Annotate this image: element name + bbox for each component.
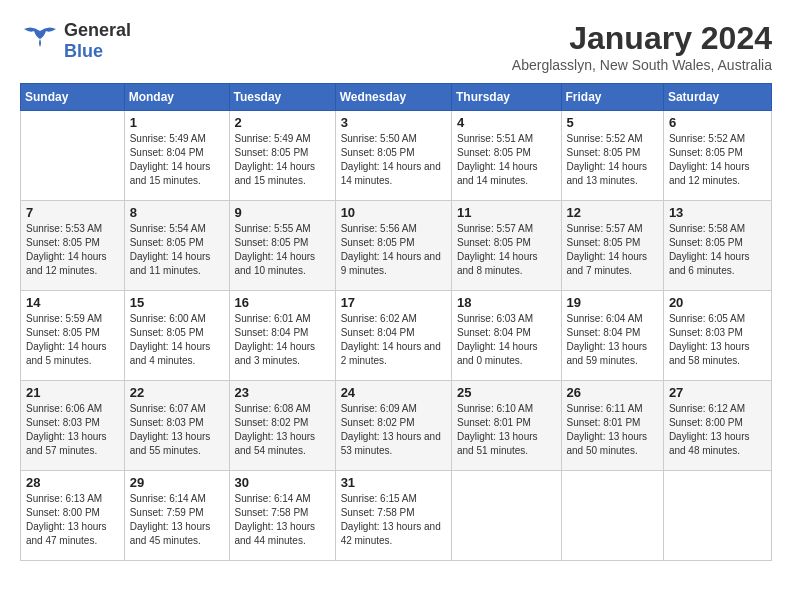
calendar-cell: 9Sunrise: 5:55 AMSunset: 8:05 PMDaylight… xyxy=(229,201,335,291)
day-info: Sunrise: 5:58 AMSunset: 8:05 PMDaylight:… xyxy=(669,222,766,278)
calendar-table: SundayMondayTuesdayWednesdayThursdayFrid… xyxy=(20,83,772,561)
day-info: Sunrise: 5:56 AMSunset: 8:05 PMDaylight:… xyxy=(341,222,446,278)
day-number: 2 xyxy=(235,115,330,130)
calendar-cell: 13Sunrise: 5:58 AMSunset: 8:05 PMDayligh… xyxy=(663,201,771,291)
logo-blue: Blue xyxy=(64,41,103,62)
calendar-cell xyxy=(451,471,561,561)
calendar-week-row: 28Sunrise: 6:13 AMSunset: 8:00 PMDayligh… xyxy=(21,471,772,561)
day-number: 7 xyxy=(26,205,119,220)
calendar-cell: 30Sunrise: 6:14 AMSunset: 7:58 PMDayligh… xyxy=(229,471,335,561)
calendar-cell: 19Sunrise: 6:04 AMSunset: 8:04 PMDayligh… xyxy=(561,291,663,381)
calendar-cell: 18Sunrise: 6:03 AMSunset: 8:04 PMDayligh… xyxy=(451,291,561,381)
calendar-week-row: 1Sunrise: 5:49 AMSunset: 8:04 PMDaylight… xyxy=(21,111,772,201)
calendar-cell xyxy=(21,111,125,201)
day-number: 11 xyxy=(457,205,556,220)
weekday-header-friday: Friday xyxy=(561,84,663,111)
day-number: 4 xyxy=(457,115,556,130)
day-number: 18 xyxy=(457,295,556,310)
calendar-cell: 7Sunrise: 5:53 AMSunset: 8:05 PMDaylight… xyxy=(21,201,125,291)
day-number: 23 xyxy=(235,385,330,400)
day-number: 24 xyxy=(341,385,446,400)
calendar-cell: 8Sunrise: 5:54 AMSunset: 8:05 PMDaylight… xyxy=(124,201,229,291)
day-number: 29 xyxy=(130,475,224,490)
day-info: Sunrise: 5:54 AMSunset: 8:05 PMDaylight:… xyxy=(130,222,224,278)
calendar-week-row: 7Sunrise: 5:53 AMSunset: 8:05 PMDaylight… xyxy=(21,201,772,291)
calendar-cell: 5Sunrise: 5:52 AMSunset: 8:05 PMDaylight… xyxy=(561,111,663,201)
calendar-cell: 29Sunrise: 6:14 AMSunset: 7:59 PMDayligh… xyxy=(124,471,229,561)
day-info: Sunrise: 6:07 AMSunset: 8:03 PMDaylight:… xyxy=(130,402,224,458)
calendar-cell xyxy=(663,471,771,561)
logo-general: General xyxy=(64,20,131,41)
calendar-cell: 22Sunrise: 6:07 AMSunset: 8:03 PMDayligh… xyxy=(124,381,229,471)
day-info: Sunrise: 5:55 AMSunset: 8:05 PMDaylight:… xyxy=(235,222,330,278)
calendar-cell xyxy=(561,471,663,561)
day-info: Sunrise: 6:02 AMSunset: 8:04 PMDaylight:… xyxy=(341,312,446,368)
day-number: 15 xyxy=(130,295,224,310)
calendar-cell: 26Sunrise: 6:11 AMSunset: 8:01 PMDayligh… xyxy=(561,381,663,471)
day-number: 17 xyxy=(341,295,446,310)
day-info: Sunrise: 5:52 AMSunset: 8:05 PMDaylight:… xyxy=(669,132,766,188)
weekday-header-monday: Monday xyxy=(124,84,229,111)
calendar-cell: 14Sunrise: 5:59 AMSunset: 8:05 PMDayligh… xyxy=(21,291,125,381)
weekday-header-thursday: Thursday xyxy=(451,84,561,111)
day-number: 13 xyxy=(669,205,766,220)
day-info: Sunrise: 5:50 AMSunset: 8:05 PMDaylight:… xyxy=(341,132,446,188)
calendar-week-row: 21Sunrise: 6:06 AMSunset: 8:03 PMDayligh… xyxy=(21,381,772,471)
day-info: Sunrise: 6:01 AMSunset: 8:04 PMDaylight:… xyxy=(235,312,330,368)
calendar-cell: 6Sunrise: 5:52 AMSunset: 8:05 PMDaylight… xyxy=(663,111,771,201)
day-info: Sunrise: 5:49 AMSunset: 8:04 PMDaylight:… xyxy=(130,132,224,188)
day-number: 25 xyxy=(457,385,556,400)
day-number: 3 xyxy=(341,115,446,130)
day-number: 22 xyxy=(130,385,224,400)
day-info: Sunrise: 5:53 AMSunset: 8:05 PMDaylight:… xyxy=(26,222,119,278)
day-info: Sunrise: 6:15 AMSunset: 7:58 PMDaylight:… xyxy=(341,492,446,548)
day-number: 6 xyxy=(669,115,766,130)
day-number: 21 xyxy=(26,385,119,400)
logo: General Blue xyxy=(20,20,131,62)
day-info: Sunrise: 6:08 AMSunset: 8:02 PMDaylight:… xyxy=(235,402,330,458)
day-number: 10 xyxy=(341,205,446,220)
calendar-cell: 16Sunrise: 6:01 AMSunset: 8:04 PMDayligh… xyxy=(229,291,335,381)
day-info: Sunrise: 6:06 AMSunset: 8:03 PMDaylight:… xyxy=(26,402,119,458)
calendar-cell: 15Sunrise: 6:00 AMSunset: 8:05 PMDayligh… xyxy=(124,291,229,381)
calendar-cell: 24Sunrise: 6:09 AMSunset: 8:02 PMDayligh… xyxy=(335,381,451,471)
day-info: Sunrise: 5:51 AMSunset: 8:05 PMDaylight:… xyxy=(457,132,556,188)
day-number: 5 xyxy=(567,115,658,130)
calendar-cell: 31Sunrise: 6:15 AMSunset: 7:58 PMDayligh… xyxy=(335,471,451,561)
day-info: Sunrise: 6:00 AMSunset: 8:05 PMDaylight:… xyxy=(130,312,224,368)
day-number: 31 xyxy=(341,475,446,490)
day-number: 14 xyxy=(26,295,119,310)
calendar-cell: 27Sunrise: 6:12 AMSunset: 8:00 PMDayligh… xyxy=(663,381,771,471)
calendar-cell: 10Sunrise: 5:56 AMSunset: 8:05 PMDayligh… xyxy=(335,201,451,291)
calendar-week-row: 14Sunrise: 5:59 AMSunset: 8:05 PMDayligh… xyxy=(21,291,772,381)
calendar-cell: 23Sunrise: 6:08 AMSunset: 8:02 PMDayligh… xyxy=(229,381,335,471)
calendar-cell: 4Sunrise: 5:51 AMSunset: 8:05 PMDaylight… xyxy=(451,111,561,201)
calendar-cell: 12Sunrise: 5:57 AMSunset: 8:05 PMDayligh… xyxy=(561,201,663,291)
calendar-cell: 28Sunrise: 6:13 AMSunset: 8:00 PMDayligh… xyxy=(21,471,125,561)
day-number: 16 xyxy=(235,295,330,310)
calendar-cell: 3Sunrise: 5:50 AMSunset: 8:05 PMDaylight… xyxy=(335,111,451,201)
day-info: Sunrise: 5:57 AMSunset: 8:05 PMDaylight:… xyxy=(567,222,658,278)
weekday-header-row: SundayMondayTuesdayWednesdayThursdayFrid… xyxy=(21,84,772,111)
day-info: Sunrise: 6:14 AMSunset: 7:59 PMDaylight:… xyxy=(130,492,224,548)
weekday-header-sunday: Sunday xyxy=(21,84,125,111)
logo-icon xyxy=(20,21,60,61)
calendar-cell: 1Sunrise: 5:49 AMSunset: 8:04 PMDaylight… xyxy=(124,111,229,201)
day-number: 27 xyxy=(669,385,766,400)
calendar-cell: 11Sunrise: 5:57 AMSunset: 8:05 PMDayligh… xyxy=(451,201,561,291)
day-info: Sunrise: 6:14 AMSunset: 7:58 PMDaylight:… xyxy=(235,492,330,548)
day-info: Sunrise: 6:10 AMSunset: 8:01 PMDaylight:… xyxy=(457,402,556,458)
day-info: Sunrise: 6:03 AMSunset: 8:04 PMDaylight:… xyxy=(457,312,556,368)
calendar-cell: 21Sunrise: 6:06 AMSunset: 8:03 PMDayligh… xyxy=(21,381,125,471)
calendar-cell: 2Sunrise: 5:49 AMSunset: 8:05 PMDaylight… xyxy=(229,111,335,201)
calendar-cell: 17Sunrise: 6:02 AMSunset: 8:04 PMDayligh… xyxy=(335,291,451,381)
day-number: 28 xyxy=(26,475,119,490)
day-number: 12 xyxy=(567,205,658,220)
day-info: Sunrise: 6:13 AMSunset: 8:00 PMDaylight:… xyxy=(26,492,119,548)
day-number: 19 xyxy=(567,295,658,310)
location-subtitle: Aberglasslyn, New South Wales, Australia xyxy=(512,57,772,73)
day-info: Sunrise: 6:05 AMSunset: 8:03 PMDaylight:… xyxy=(669,312,766,368)
day-number: 20 xyxy=(669,295,766,310)
title-block: January 2024 Aberglasslyn, New South Wal… xyxy=(512,20,772,73)
page-header: General Blue January 2024 Aberglasslyn, … xyxy=(20,20,772,73)
